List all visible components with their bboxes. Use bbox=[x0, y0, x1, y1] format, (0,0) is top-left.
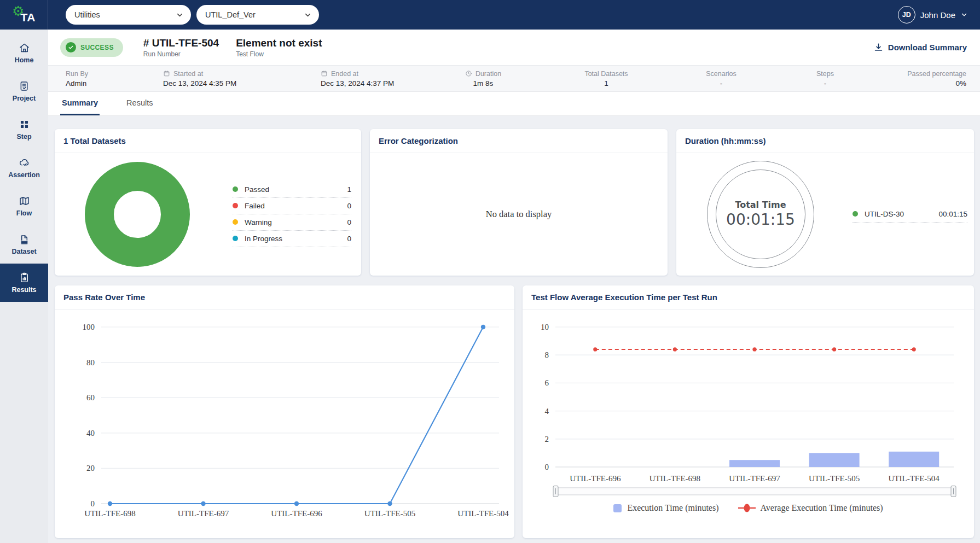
execution-time-bar[interactable] bbox=[729, 460, 780, 467]
total-time-value: 00:01:15 bbox=[726, 211, 795, 229]
avg-line-marker-icon bbox=[738, 503, 756, 513]
legend-item-failed: Failed 0 bbox=[233, 198, 351, 214]
legend-average-execution-time[interactable]: Average Execution Time (minutes) bbox=[738, 503, 883, 513]
axis-label: UTIL-TFE-698 bbox=[84, 509, 135, 518]
user-menu[interactable]: JD John Doe bbox=[898, 6, 968, 24]
execution-time-bar-chart: 0246810UTIL-TFE-696UTIL-TFE-698UTIL-TFE-… bbox=[523, 313, 974, 499]
axis-label: 100 bbox=[83, 323, 95, 331]
run-number-block: # UTIL-TFE-504 Run Number bbox=[143, 37, 219, 58]
data-point[interactable] bbox=[201, 501, 205, 506]
project-dropdown[interactable]: Utilities bbox=[66, 5, 191, 25]
download-summary-button[interactable]: Download Summary bbox=[873, 42, 967, 52]
top-navbar: ⚙ TA Utilities UTIL_Def_Ver JD John Doe bbox=[0, 0, 980, 30]
user-name: John Doe bbox=[920, 10, 955, 20]
sidebar-item-project[interactable]: Project bbox=[0, 72, 48, 110]
project-dropdown-value: Utilities bbox=[74, 10, 100, 19]
axis-label: 2 bbox=[545, 435, 549, 443]
error-categorization-card: Error Categorization No data to display bbox=[370, 129, 668, 276]
app-logo[interactable]: ⚙ TA bbox=[0, 0, 48, 30]
step-icon bbox=[19, 119, 30, 130]
axis-label: UTIL-TFE-504 bbox=[889, 474, 940, 483]
average-point[interactable] bbox=[912, 347, 916, 351]
card-title: Test Flow Average Execution Time per Tes… bbox=[523, 285, 974, 310]
project-icon bbox=[19, 80, 30, 92]
summary-content: 1 Total Datasets Passed 1 Failed bbox=[48, 116, 980, 538]
axis-label: 8 bbox=[545, 351, 549, 359]
datasets-donut-chart bbox=[85, 162, 190, 267]
pass-rate-card: Pass Rate Over Time 020406080100UTIL-TFE… bbox=[55, 285, 514, 538]
download-icon bbox=[873, 42, 884, 52]
sidebar-item-dataset[interactable]: Dataset bbox=[0, 225, 48, 264]
run-info-bar: Run By Admin Started at Dec 13, 2024 4:3… bbox=[48, 65, 980, 92]
info-run-by: Run By Admin bbox=[48, 70, 158, 87]
tab-bar: Summary Results bbox=[48, 92, 980, 116]
pass-rate-line-chart: 020406080100UTIL-TFE-698UTIL-TFE-697UTIL… bbox=[55, 313, 514, 532]
home-icon bbox=[19, 42, 30, 54]
tab-summary[interactable]: Summary bbox=[60, 92, 100, 115]
data-point[interactable] bbox=[108, 501, 112, 506]
chevron-down-icon bbox=[176, 11, 184, 19]
dataset-icon bbox=[19, 233, 30, 245]
axis-label: 40 bbox=[86, 429, 95, 437]
sidebar-item-results[interactable]: Results bbox=[0, 264, 48, 302]
success-check-icon bbox=[66, 42, 76, 52]
avatar: JD bbox=[898, 6, 915, 24]
average-point[interactable] bbox=[673, 347, 677, 351]
axis-label: UTIL-TFE-696 bbox=[570, 474, 621, 483]
info-passed-percentage: Passed percentage 0% bbox=[899, 70, 980, 87]
sidebar-item-flow[interactable]: Flow bbox=[0, 187, 48, 225]
card-title: Error Categorization bbox=[370, 129, 668, 153]
zoom-slider-track[interactable] bbox=[555, 488, 954, 495]
average-point[interactable] bbox=[593, 347, 597, 351]
axis-label: 6 bbox=[545, 378, 549, 387]
execution-time-bar[interactable] bbox=[889, 452, 939, 467]
info-ended-at: Ended at Dec 13, 2024 4:37 PM bbox=[316, 70, 445, 87]
main-area: SUCCESS # UTIL-TFE-504 Run Number Elemen… bbox=[48, 30, 980, 543]
axis-label: UTIL-TFE-504 bbox=[457, 509, 509, 518]
info-started-at: Started at Dec 13, 2024 4:35 PM bbox=[158, 70, 316, 87]
duration-legend: UTIL-DS-30 00:01:15 bbox=[853, 206, 967, 223]
average-point[interactable] bbox=[752, 347, 756, 351]
sidebar-item-assertion[interactable]: Assertion bbox=[0, 149, 48, 187]
legend-execution-time[interactable]: Execution Time (minutes) bbox=[613, 503, 718, 513]
bar-swatch-icon bbox=[613, 504, 622, 512]
calendar-icon bbox=[163, 70, 170, 77]
assertion-icon bbox=[19, 157, 30, 168]
legend-item-passed: Passed 1 bbox=[233, 182, 351, 198]
execution-time-bar[interactable] bbox=[809, 453, 860, 467]
logo-text: TA bbox=[20, 11, 35, 24]
test-flow-name: Element not exist bbox=[236, 37, 322, 49]
status-badge: SUCCESS bbox=[60, 38, 123, 57]
sidebar-item-step[interactable]: Step bbox=[0, 110, 48, 149]
axis-label: UTIL-TFE-505 bbox=[364, 509, 415, 518]
datasets-legend: Passed 1 Failed 0 Warning bbox=[233, 182, 351, 247]
calendar-icon bbox=[321, 70, 328, 77]
average-point[interactable] bbox=[832, 347, 836, 351]
sidebar-item-home[interactable]: Home bbox=[0, 34, 48, 72]
legend-item-warning: Warning 0 bbox=[233, 214, 351, 231]
data-point[interactable] bbox=[481, 325, 485, 329]
legend-item-in-progress: In Progress 0 bbox=[233, 231, 351, 247]
version-dropdown-value: UTIL_Def_Ver bbox=[205, 10, 256, 19]
card-title: Pass Rate Over Time bbox=[55, 285, 514, 310]
version-dropdown[interactable]: UTIL_Def_Ver bbox=[196, 5, 319, 25]
passed-dot bbox=[233, 186, 238, 192]
axis-label: 0 bbox=[91, 499, 95, 508]
card-title: Duration (hh:mm:ss) bbox=[676, 129, 974, 153]
data-point[interactable] bbox=[294, 501, 299, 506]
total-time-gauge: Total Time 00:01:15 bbox=[707, 161, 814, 268]
bar-chart-legend: Execution Time (minutes) Average Executi… bbox=[523, 503, 974, 513]
axis-label: 10 bbox=[541, 323, 549, 331]
axis-label: 20 bbox=[86, 464, 95, 472]
data-point[interactable] bbox=[387, 501, 392, 506]
legend-item-dataset: UTIL-DS-30 00:01:15 bbox=[853, 206, 967, 223]
dataset-dot bbox=[853, 211, 858, 217]
chevron-down-icon bbox=[960, 11, 968, 19]
info-scenarios: Scenarios - bbox=[691, 70, 751, 87]
failed-dot bbox=[233, 203, 238, 208]
tab-results[interactable]: Results bbox=[125, 92, 154, 115]
pass-rate-line bbox=[110, 327, 483, 504]
run-header: SUCCESS # UTIL-TFE-504 Run Number Elemen… bbox=[48, 30, 980, 65]
info-steps: Steps - bbox=[751, 70, 899, 87]
axis-label: UTIL-TFE-697 bbox=[729, 474, 780, 483]
